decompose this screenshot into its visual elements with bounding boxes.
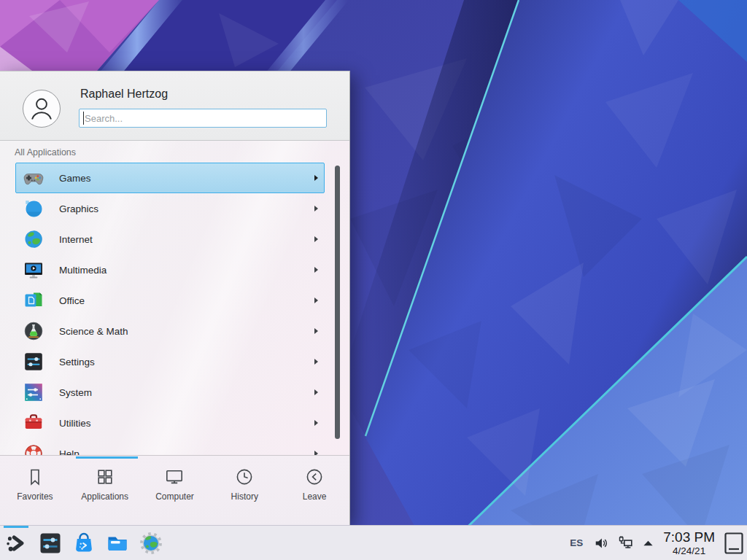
system-icon [23,382,44,402]
keyboard-layout-indicator[interactable]: ES [570,537,583,548]
tab-label: Computer [155,491,194,502]
wired-network-icon [618,535,633,551]
system-settings-icon [39,532,62,555]
menu-item-help[interactable]: Help [15,438,325,456]
desktop: Raphael Hertzog All Applications [0,0,747,560]
submenu-arrow-icon [314,420,318,426]
science-icon [23,321,44,341]
menu-item-graphics[interactable]: Graphics [15,193,325,224]
file-manager-button[interactable] [101,526,134,560]
menu-item-label: Multimedia [59,265,314,276]
system-settings-button[interactable] [34,526,67,560]
multimedia-icon [23,260,44,280]
launcher-header: Raphael Hertzog [0,71,349,141]
launcher-app-list: All Applications Games [0,141,349,456]
category-list: Games Graphics [15,163,325,456]
web-browser-icon [139,532,163,555]
menu-item-label: Graphics [59,203,314,214]
menu-item-science-math[interactable]: Science & Math [15,316,325,346]
menu-item-label: Internet [59,234,314,245]
history-icon [235,467,254,486]
menu-item-settings[interactable]: Settings [15,346,325,377]
submenu-arrow-icon [314,236,318,242]
tab-favorites[interactable]: Favorites [0,456,70,525]
network-button[interactable] [618,535,633,551]
menu-item-label: Help [59,448,314,456]
tab-label: History [231,491,258,502]
launcher-tab-bar: Favorites Applications Computer [0,456,349,525]
tab-history[interactable]: History [209,456,279,525]
user-avatar [23,90,61,128]
menu-item-multimedia[interactable]: Multimedia [15,254,325,285]
app-launcher-icon [4,531,29,556]
tab-computer[interactable]: Computer [140,456,210,525]
active-tab-indicator [76,456,138,459]
submenu-arrow-icon [314,451,318,456]
submenu-arrow-icon [314,175,318,181]
caret-up-icon [643,540,654,547]
web-browser-button[interactable] [134,526,168,560]
submenu-arrow-icon [314,359,318,365]
show-desktop-icon [724,532,743,554]
digital-clock[interactable]: 7:03 PM 4/24/21 [663,530,715,556]
settings-icon [23,351,44,372]
clock-time: 7:03 PM [663,530,715,544]
leave-icon [305,467,324,486]
office-icon [23,290,44,311]
favorites-icon [26,467,44,486]
submenu-arrow-icon [314,267,318,273]
application-launcher-menu: Raphael Hertzog All Applications [0,71,350,525]
menu-item-label: System [59,387,314,398]
user-name: Raphael Hertzog [80,88,168,101]
utilities-icon [23,413,44,433]
submenu-arrow-icon [314,298,318,303]
active-task-indicator [4,526,28,528]
application-launcher-button[interactable] [0,526,34,560]
system-tray: ES [570,530,747,556]
tab-label: Leave [303,491,327,502]
discover-icon [72,532,96,555]
internet-icon [23,229,44,249]
menu-item-label: Office [59,295,314,306]
submenu-arrow-icon [314,389,318,395]
folder-icon [106,532,129,555]
applications-icon [96,467,115,486]
games-icon [23,168,44,188]
show-desktop-button[interactable] [724,532,743,554]
tray-expander-button[interactable] [643,540,654,547]
computer-icon [165,467,184,486]
submenu-arrow-icon [314,328,318,334]
tab-label: Applications [81,491,128,502]
section-label: All Applications [15,147,76,158]
search-input[interactable] [79,109,327,128]
menu-item-office[interactable]: Office [15,285,325,316]
taskbar: ES [0,525,747,560]
discover-button[interactable] [67,526,101,560]
tab-label: Favorites [17,491,53,502]
menu-item-label: Games [59,173,314,184]
tab-applications[interactable]: Applications [70,456,140,525]
clock-date: 4/24/21 [663,546,715,556]
volume-button[interactable] [594,536,608,551]
menu-item-utilities[interactable]: Utilities [15,408,325,438]
submenu-arrow-icon [314,206,318,211]
text-cursor [83,112,84,125]
list-scrollbar[interactable] [335,166,340,439]
tab-leave[interactable]: Leave [279,456,349,525]
help-icon [23,443,44,456]
menu-item-label: Utilities [59,418,314,429]
menu-item-internet[interactable]: Internet [15,224,325,254]
menu-item-system[interactable]: System [15,377,325,408]
volume-icon [594,536,608,551]
menu-item-games[interactable]: Games [15,163,325,193]
menu-item-label: Science & Math [59,326,314,337]
user-icon [23,90,60,127]
graphics-icon [23,198,44,219]
menu-item-label: Settings [59,357,314,368]
